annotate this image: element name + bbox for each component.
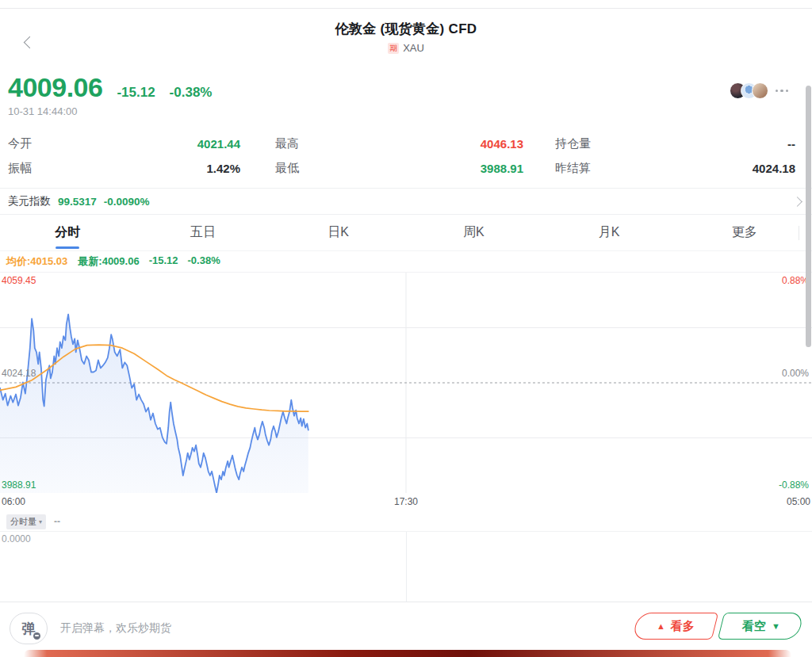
- danmaku-toggle-button[interactable]: 弹: [10, 613, 48, 644]
- axis-pct-mid: 0.00%: [782, 368, 809, 379]
- stat-prev-settle: 昨结算4024.18: [555, 161, 795, 176]
- header: 伦敦金 (现货黄金) CFD 期 XAU: [0, 9, 812, 71]
- back-chevron-icon: [23, 36, 36, 49]
- stat-high: 最高4046.13: [275, 136, 523, 151]
- back-button[interactable]: [19, 32, 40, 53]
- intraday-chart[interactable]: 4059.45 4024.18 3988.91 0.88% 0.00% -0.8…: [0, 272, 812, 493]
- banner-edge: [24, 650, 791, 657]
- period-tabs: 分时 五日 日K 周K 月K 更多: [0, 215, 812, 251]
- usd-index-row[interactable]: 美元指数 99.5317 -0.0090%: [0, 188, 812, 215]
- scrollbar-thumb[interactable]: [806, 86, 811, 347]
- usd-index-label: 美元指数: [8, 194, 51, 208]
- chevron-down-icon: ▾: [39, 518, 42, 525]
- bottom-bar: 弹 开启弹幕，欢乐炒期货 ▲看多 看空▼: [0, 602, 812, 657]
- time-label-middle: 17:30: [394, 496, 418, 507]
- time-label-end: 05:00: [787, 496, 810, 507]
- symbol-row: 期 XAU: [0, 42, 812, 54]
- legend-last-price: 最新:4009.06-15.12-0.38%: [78, 254, 220, 269]
- futures-badge: 期: [388, 43, 399, 54]
- stat-low: 最低3988.91: [275, 161, 523, 176]
- price-change-pct: -0.38%: [170, 85, 213, 101]
- tab-minute[interactable]: 分时: [0, 215, 136, 250]
- stat-open: 今开4021.44: [8, 136, 240, 151]
- triangle-down-icon: ▼: [772, 622, 780, 631]
- volume-indicator-selector[interactable]: 分时量▾: [6, 514, 46, 529]
- volume-chart[interactable]: 0.0000: [0, 531, 812, 602]
- page-title: 伦敦金 (现货黄金) CFD: [0, 9, 812, 38]
- app-page: 伦敦金 (现货黄金) CFD 期 XAU 4009.06 -15.12 -0.3…: [0, 0, 812, 657]
- volume-header: 分时量▾ --: [0, 512, 812, 531]
- usd-index-value: 99.5317: [58, 196, 97, 208]
- stats-grid: 今开4021.44 最高4046.13 持仓量-- 振幅1.42% 最低3988…: [0, 124, 812, 188]
- top-strip: [0, 0, 812, 9]
- tab-monthly-k[interactable]: 月K: [542, 215, 677, 250]
- legend-avg-price: 均价:4015.03: [6, 254, 67, 269]
- stat-amplitude: 振幅1.42%: [8, 161, 240, 176]
- stat-open-interest: 持仓量--: [555, 136, 795, 151]
- axis-pct-low: -0.88%: [779, 479, 809, 491]
- quote-section: 4009.06 -15.12 -0.38% 10-31 14:44:00: [0, 71, 812, 124]
- chart-legend: 均价:4015.03 最新:4009.06-15.12-0.38%: [0, 251, 812, 272]
- volume-axis-label: 0.0000: [2, 533, 31, 544]
- sentiment-buttons: ▲看多 看空▼: [635, 613, 801, 640]
- symbol-code: XAU: [403, 42, 424, 54]
- quote-timestamp: 10-31 14:44:00: [8, 105, 804, 117]
- bullish-button[interactable]: ▲看多: [632, 613, 718, 640]
- axis-pct-high: 0.88%: [782, 275, 809, 286]
- volume-center-gridline: [406, 532, 407, 602]
- volume-value: --: [54, 516, 60, 527]
- time-label-start: 06:00: [2, 496, 25, 507]
- tab-5day[interactable]: 五日: [136, 215, 271, 250]
- tab-more[interactable]: 更多: [676, 215, 812, 250]
- last-price: 4009.06: [8, 72, 102, 103]
- more-icon[interactable]: [776, 90, 789, 93]
- tab-weekly-k[interactable]: 周K: [406, 215, 542, 250]
- axis-price-mid: 4024.18: [2, 368, 36, 379]
- time-axis: 06:00 17:30 05:00: [0, 493, 812, 512]
- triangle-up-icon: ▲: [657, 622, 665, 631]
- danmaku-hint-text: 开启弹幕，欢乐炒期货: [60, 621, 171, 636]
- axis-price-low: 3988.91: [2, 479, 36, 491]
- chevron-right-icon: [792, 197, 802, 207]
- price-change: -15.12: [117, 85, 155, 101]
- price-chart-canvas[interactable]: [0, 273, 812, 493]
- axis-price-high: 4059.45: [2, 275, 36, 286]
- danmaku-icon: 弹: [22, 620, 36, 638]
- avatar[interactable]: [752, 82, 768, 99]
- usd-index-change: -0.0090%: [104, 196, 150, 208]
- bearish-button[interactable]: 看空▼: [718, 613, 804, 640]
- commenter-avatars[interactable]: [730, 82, 789, 99]
- tab-daily-k[interactable]: 日K: [270, 215, 406, 250]
